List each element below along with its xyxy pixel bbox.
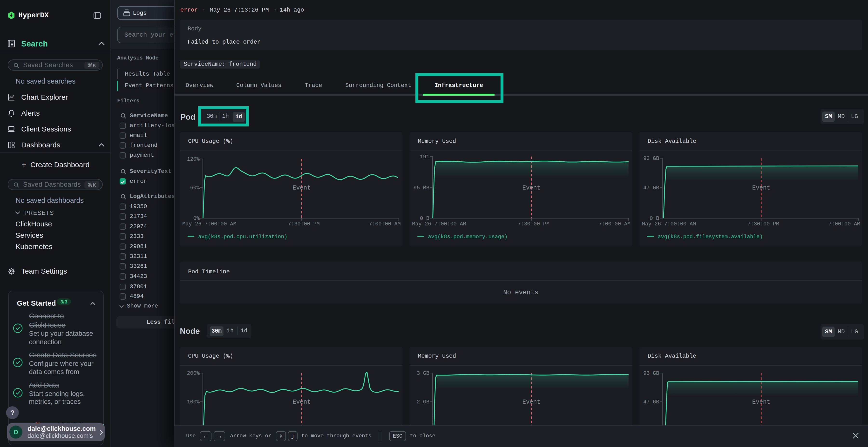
- svg-text:Event: Event: [292, 399, 311, 406]
- svg-text:Event: Event: [522, 184, 540, 192]
- svg-text:60%: 60%: [190, 185, 199, 191]
- svg-text:May 26 7:00:00 AM: May 26 7:00:00 AM: [412, 221, 466, 227]
- svg-text:120%: 120%: [187, 156, 200, 162]
- svg-text:7:30:00 PM: 7:30:00 PM: [288, 221, 320, 227]
- svg-text:7:30:00 PM: 7:30:00 PM: [747, 221, 779, 227]
- svg-text:47 GB: 47 GB: [643, 399, 659, 405]
- svg-text:7:00:00 AM: 7:00:00 AM: [369, 221, 401, 227]
- svg-text:May 26 7:00:00 AM: May 26 7:00:00 AM: [642, 221, 696, 227]
- svg-text:Event: Event: [752, 399, 770, 406]
- svg-text:47 GB: 47 GB: [643, 185, 659, 191]
- svg-text:avg(k8s.pod.filesystem.availab: avg(k8s.pod.filesystem.available): [658, 234, 763, 240]
- svg-text:Event: Event: [522, 399, 540, 406]
- svg-text:100%: 100%: [187, 399, 200, 405]
- svg-text:0%: 0%: [193, 215, 200, 221]
- svg-text:200%: 200%: [187, 370, 200, 376]
- svg-text:0 B: 0 B: [650, 215, 659, 221]
- svg-text:7:00:00 AM: 7:00:00 AM: [829, 221, 860, 227]
- svg-text:Event: Event: [752, 184, 770, 192]
- svg-text:2 GB: 2 GB: [416, 399, 429, 405]
- svg-text:93 GB: 93 GB: [643, 370, 659, 376]
- svg-text:7:00:00 AM: 7:00:00 AM: [599, 221, 630, 227]
- svg-text:0 B: 0 B: [420, 215, 429, 221]
- svg-text:7:30:00 PM: 7:30:00 PM: [518, 221, 550, 227]
- svg-text:May 26 7:00:00 AM: May 26 7:00:00 AM: [182, 221, 236, 227]
- svg-text:3 GB: 3 GB: [416, 370, 429, 376]
- svg-text:avg(k8s.pod.cpu.utilization): avg(k8s.pod.cpu.utilization): [198, 234, 287, 240]
- svg-text:Event: Event: [292, 184, 311, 192]
- svg-text:93 GB: 93 GB: [643, 156, 659, 162]
- svg-text:191: 191: [420, 154, 429, 160]
- svg-text:avg(k8s.pod.memory.usage): avg(k8s.pod.memory.usage): [428, 234, 507, 240]
- svg-text:95 MB: 95 MB: [413, 185, 429, 191]
